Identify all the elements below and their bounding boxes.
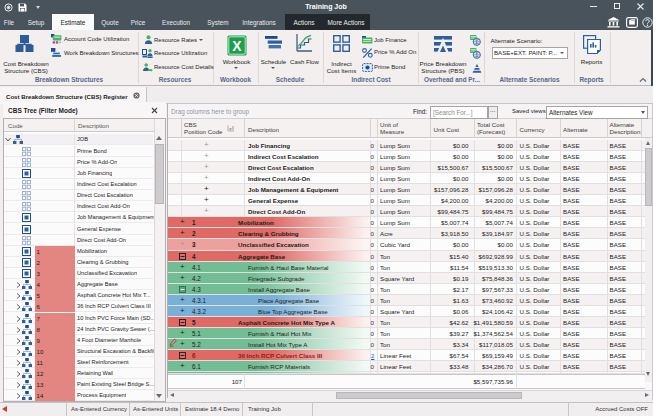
svg-text:X: X (232, 38, 242, 54)
